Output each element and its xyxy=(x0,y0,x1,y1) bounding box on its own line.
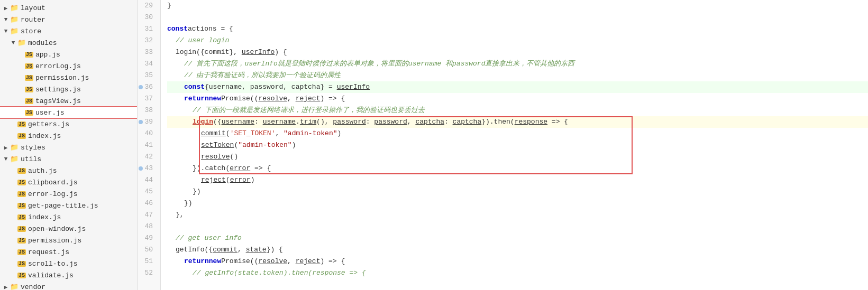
tree-item-modules[interactable]: ▼📁modules xyxy=(0,37,137,49)
js-icon-errorLog.js: JS xyxy=(24,63,34,69)
code-line-43: }).catch(error => { xyxy=(167,163,868,174)
tree-label-app.js: app.js xyxy=(35,51,60,59)
tree-label-utils: utils xyxy=(21,155,41,163)
folder-icon-modules: 📁 xyxy=(17,39,26,47)
js-icon-request.js: JS xyxy=(17,249,26,255)
tree-label-auth.js: auth.js xyxy=(28,167,57,175)
tree-label-error-log.js: error-log.js xyxy=(28,190,78,198)
code-panel: 2930313233343536373839404142434445464748… xyxy=(138,0,868,290)
line-num-37: 37 xyxy=(138,93,156,105)
breakpoint-dot-39[interactable] xyxy=(139,120,143,124)
tree-arrow-store[interactable]: ▼ xyxy=(2,28,10,34)
js-icon-validate.js: JS xyxy=(17,272,26,278)
line-num-48: 48 xyxy=(138,221,156,232)
line-num-51: 51 xyxy=(138,256,156,267)
line-num-47: 47 xyxy=(138,209,156,221)
tree-item-utils[interactable]: ▼📁utils xyxy=(0,153,137,165)
tree-item-auth.js[interactable]: JSauth.js xyxy=(0,165,137,176)
tree-item-user.js[interactable]: JSuser.js xyxy=(0,107,137,118)
line-num-41: 41 xyxy=(138,139,156,151)
js-icon-user.js: JS xyxy=(24,109,34,116)
tree-item-clipboard.js[interactable]: JSclipboard.js xyxy=(0,176,137,188)
tree-item-tagsView.js[interactable]: JStagsView.js xyxy=(0,95,137,107)
code-content: } const actions = {// user loginlogin({c… xyxy=(167,0,868,279)
tree-item-layout[interactable]: ▶📁layout xyxy=(0,2,137,14)
code-line-29: } xyxy=(167,0,868,12)
code-line-42: resolve() xyxy=(167,151,868,163)
tree-label-clipboard.js: clipboard.js xyxy=(28,179,78,186)
tree-item-validate.js[interactable]: JSvalidate.js xyxy=(0,269,137,281)
tree-item-vendor[interactable]: ▶📁vendor xyxy=(0,281,137,290)
code-line-47: }, xyxy=(167,209,868,221)
tree-item-error-log.js[interactable]: JSerror-log.js xyxy=(0,188,137,200)
tree-item-getters.js[interactable]: JSgetters.js xyxy=(0,118,137,130)
tree-item-index2.js[interactable]: JSindex.js xyxy=(0,211,137,223)
line-num-42: 42 xyxy=(138,151,156,163)
line-num-52: 52 xyxy=(138,267,156,279)
js-icon-auth.js: JS xyxy=(17,167,26,174)
tree-label-router: router xyxy=(21,16,45,24)
tree-item-settings.js[interactable]: JSsettings.js xyxy=(0,83,137,95)
js-icon-get-page-title.js: JS xyxy=(17,202,26,209)
tree-arrow-modules[interactable]: ▼ xyxy=(10,40,17,46)
tree-item-permission.js[interactable]: JSpermission.js xyxy=(0,72,137,83)
tree-label-permission.js: permission.js xyxy=(35,74,89,82)
tree-item-errorLog.js[interactable]: JSerrorLog.js xyxy=(0,60,137,72)
tree-arrow-layout[interactable]: ▶ xyxy=(2,5,10,12)
tree-arrow-styles[interactable]: ▶ xyxy=(2,144,10,151)
code-line-41: setToken("admin-token") xyxy=(167,139,868,151)
line-num-49: 49 xyxy=(138,232,156,244)
tree-item-app.js[interactable]: JSapp.js xyxy=(0,49,137,60)
tree-item-permission2.js[interactable]: JSpermission.js xyxy=(0,235,137,246)
tree-item-index.js[interactable]: JSindex.js xyxy=(0,130,137,142)
js-icon-open-window.js: JS xyxy=(17,226,26,232)
tree-arrow-vendor[interactable]: ▶ xyxy=(2,284,10,291)
code-line-34: // 首先下面这段，userInfo就是登陆时候传过来的表单对象，将里面的use… xyxy=(167,58,868,70)
code-line-39: login({username: username.trim(), passwo… xyxy=(167,116,868,128)
js-icon-scroll-to.js: JS xyxy=(17,260,26,267)
tree-item-styles[interactable]: ▶📁styles xyxy=(0,142,137,153)
code-line-45: }) xyxy=(167,186,868,198)
tree-label-get-page-title.js: get-page-title.js xyxy=(28,202,98,210)
line-num-46: 46 xyxy=(138,198,156,209)
js-icon-permission.js: JS xyxy=(24,74,34,81)
line-num-34: 34 xyxy=(138,58,156,70)
js-icon-app.js: JS xyxy=(24,51,34,58)
tree-label-index.js: index.js xyxy=(28,132,61,140)
tree-item-get-page-title.js[interactable]: JSget-page-title.js xyxy=(0,200,137,211)
js-icon-settings.js: JS xyxy=(24,86,34,92)
tree-label-settings.js: settings.js xyxy=(35,86,81,93)
tree-item-request.js[interactable]: JSrequest.js xyxy=(0,246,137,258)
breakpoint-dot-36[interactable] xyxy=(139,85,143,89)
tree-label-request.js: request.js xyxy=(28,248,69,256)
code-line-52: // getInfo(state.token).then(response =>… xyxy=(167,267,868,279)
line-num-43: 43 xyxy=(138,163,156,174)
tree-label-validate.js: validate.js xyxy=(28,272,74,279)
tree-item-open-window.js[interactable]: JSopen-window.js xyxy=(0,223,137,235)
code-line-40: commit('SET_TOKEN', "admin-token") xyxy=(167,128,868,139)
line-num-40: 40 xyxy=(138,128,156,139)
code-line-36: const {username, password, captcha} = us… xyxy=(167,81,868,93)
tree-item-scroll-to.js[interactable]: JSscroll-to.js xyxy=(0,258,137,269)
line-num-29: 29 xyxy=(138,0,156,12)
tree-item-router[interactable]: ▼📁router xyxy=(0,14,137,25)
line-num-33: 33 xyxy=(138,46,156,58)
line-numbers: 2930313233343536373839404142434445464748… xyxy=(138,0,161,290)
js-icon-permission2.js: JS xyxy=(17,237,26,244)
breakpoint-dot-43[interactable] xyxy=(139,166,143,171)
tree-label-layout: layout xyxy=(21,4,45,12)
code-line-31: const actions = { xyxy=(167,23,868,35)
code-line-50: getInfo({commit, state}) { xyxy=(167,244,868,256)
tree-label-permission2.js: permission.js xyxy=(28,237,81,245)
code-line-44: reject(error) xyxy=(167,174,868,186)
tree-label-tagsView.js: tagsView.js xyxy=(35,97,81,105)
tree-arrow-utils[interactable]: ▼ xyxy=(2,156,10,162)
code-line-32: // user login xyxy=(167,35,868,46)
tree-item-store[interactable]: ▼📁store xyxy=(0,25,137,37)
js-icon-clipboard.js: JS xyxy=(17,179,26,185)
code-area[interactable]: } const actions = {// user loginlogin({c… xyxy=(161,0,868,290)
js-icon-error-log.js: JS xyxy=(17,191,26,197)
code-line-49: // get user info xyxy=(167,232,868,244)
tree-arrow-router[interactable]: ▼ xyxy=(2,16,10,23)
folder-icon-utils: 📁 xyxy=(10,155,19,163)
